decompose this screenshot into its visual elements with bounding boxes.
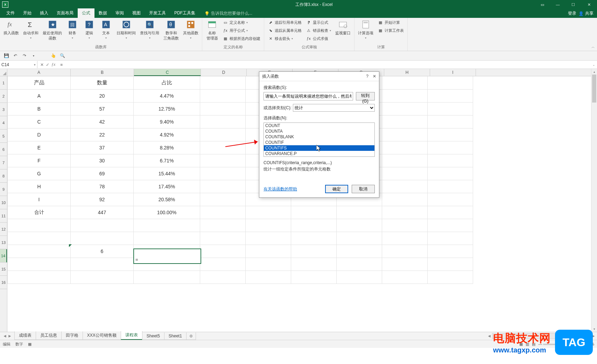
tab-view[interactable]: 视图 [128, 8, 145, 18]
sheet-nav-prev[interactable]: ◄ [3, 334, 7, 338]
add-sheet-button[interactable]: ⊕ [186, 332, 196, 340]
save-button[interactable]: 💾 [2, 52, 10, 59]
autosum-button[interactable]: Σ自动求和▾ [22, 19, 40, 42]
sheet-tab[interactable]: 田字格 [61, 331, 83, 340]
calculate-sheet-button[interactable]: ▦计算工作表 [376, 27, 405, 34]
calculation-options-button[interactable]: 计算选项▾ [357, 19, 375, 40]
maximize-button[interactable]: ☐ [566, 0, 581, 9]
function-item[interactable]: COUNTA [264, 128, 374, 134]
row-header-2[interactable]: 2 [0, 90, 7, 103]
go-button[interactable]: 转到(G) [356, 92, 375, 100]
watch-window-button[interactable]: 监视窗口 [334, 19, 352, 42]
logical-button[interactable]: ?逻辑▾ [82, 19, 97, 42]
text-button[interactable]: A文本▾ [98, 19, 114, 42]
sheet-nav-next[interactable]: ► [8, 334, 12, 338]
dialog-help-button[interactable]: ? [366, 74, 368, 79]
vertical-scrollbar[interactable]: ▴▾ [591, 69, 597, 332]
tab-formulas[interactable]: 公式 [78, 8, 94, 18]
col-header-B[interactable]: B [71, 69, 134, 76]
function-list[interactable]: COUNT COUNTA COUNTBLANK COUNTIF COUNTIFS… [264, 122, 375, 157]
trace-dependents-button[interactable]: ⬊追踪从属单元格 [266, 27, 303, 34]
define-name-button[interactable]: ▭定义名称 ▾ [221, 19, 262, 26]
select-all-button[interactable] [0, 69, 7, 76]
sheet-tab[interactable]: XXX公司销售额 [83, 331, 121, 340]
ok-button[interactable]: 确定 [325, 185, 348, 193]
close-button[interactable]: ✕ [581, 0, 597, 9]
evaluate-formula-button[interactable]: ƒx公式求值 [304, 35, 332, 42]
row-header-16[interactable]: 16 [0, 276, 7, 289]
function-item-selected[interactable]: COUNTIFS [264, 145, 374, 151]
more-functions-button[interactable]: 其他函数▾ [182, 19, 200, 42]
create-from-selection-button[interactable]: ▦根据所选内容创建 [221, 35, 262, 42]
row-header-13[interactable]: 13 [0, 236, 7, 249]
tab-file[interactable]: 文件 [2, 8, 19, 18]
row-header-12[interactable]: 12 [0, 223, 7, 236]
row-header-15[interactable]: 15 [0, 262, 7, 276]
row-header-10[interactable]: 10 [0, 196, 7, 209]
show-formulas-button[interactable]: ⁋显示公式 [304, 19, 332, 26]
print-preview-button[interactable]: 🔍 [58, 52, 66, 59]
sheet-tab-active[interactable]: 课程表 [121, 331, 142, 340]
tab-data[interactable]: 数据 [94, 8, 111, 18]
minimize-button[interactable]: — [550, 0, 566, 9]
login-link[interactable]: 登录 [568, 10, 576, 16]
recently-used-button[interactable]: ★最近使用的 函数 [41, 19, 63, 42]
hscroll-left[interactable]: ◄ [487, 334, 491, 338]
expand-formula-bar[interactable]: ⌄ [591, 63, 597, 66]
collapse-ribbon-button[interactable]: ︿ [591, 44, 595, 49]
share-button[interactable]: 👤共享 [578, 10, 594, 16]
col-header-D[interactable]: D [201, 69, 247, 76]
row-header-8[interactable]: 8 [0, 169, 7, 183]
financial-button[interactable]: 回财务▾ [65, 19, 80, 42]
lookup-button[interactable]: 🔍查找与引用▾ [139, 19, 161, 42]
function-item[interactable]: COUNTIF [264, 140, 374, 145]
function-item[interactable]: COVARIANCE.P [264, 151, 374, 156]
ribbon-display-options[interactable]: ▭ [535, 0, 550, 9]
row-header-6[interactable]: 6 [0, 143, 7, 156]
tab-insert[interactable]: 插入 [36, 8, 52, 18]
row-header-11[interactable]: 11 [0, 209, 7, 223]
tell-me[interactable]: 💡告诉我您想要做什么... [204, 10, 252, 18]
sheet-tab[interactable]: Sheet1 [164, 332, 187, 340]
formula-input[interactable]: = [58, 62, 591, 67]
sheet-tab[interactable]: Sheet5 [142, 332, 164, 340]
function-item[interactable]: COVARIANCE.S [264, 156, 374, 157]
macro-record-icon[interactable]: ▦ [28, 342, 31, 346]
row-header-1[interactable]: 1 [0, 76, 7, 90]
qat-dropdown[interactable]: ▾ [29, 52, 38, 59]
row-header-9[interactable]: 9 [0, 183, 7, 196]
tab-page-layout[interactable]: 页面布局 [52, 8, 78, 18]
tab-home[interactable]: 开始 [19, 8, 36, 18]
col-header-H[interactable]: H [384, 69, 430, 76]
row-header-5[interactable]: 5 [0, 130, 7, 143]
math-button[interactable]: θ数学和 三角函数 [162, 19, 180, 42]
insert-function-fx-button[interactable]: ƒx [51, 62, 55, 67]
tab-pdf-tools[interactable]: PDF工具集 [170, 8, 199, 18]
function-help-link[interactable]: 有关该函数的帮助 [264, 186, 297, 192]
sheet-tab[interactable]: 员工信息 [36, 331, 62, 340]
undo-button[interactable]: ↶ [11, 52, 20, 59]
row-header-3[interactable]: 3 [0, 103, 7, 116]
enter-formula-button[interactable]: ✓ [46, 62, 49, 67]
tab-review[interactable]: 审阅 [111, 8, 128, 18]
col-header-C[interactable]: C [134, 69, 201, 76]
col-header-A[interactable]: A [7, 69, 71, 76]
row-header-7[interactable]: 7 [0, 156, 7, 169]
redo-button[interactable]: ↷ [20, 52, 29, 59]
category-select[interactable]: 统计 [293, 104, 375, 112]
function-item[interactable]: COUNTBLANK [264, 134, 374, 140]
cancel-formula-button[interactable]: ✕ [40, 62, 44, 67]
use-in-formula-button[interactable]: ƒx用于公式 ▾ [221, 27, 262, 34]
cancel-button[interactable]: 取消 [352, 185, 375, 193]
insert-function-button[interactable]: fx插入函数 [2, 19, 20, 42]
sheet-tab[interactable]: 成绩表 [14, 331, 36, 340]
calculate-now-button[interactable]: ▦开始计算 [376, 19, 405, 26]
col-header-I[interactable]: I [430, 69, 476, 76]
row-header-14[interactable]: 14 [0, 249, 7, 262]
error-checking-button[interactable]: ⚠错误检查 ▾ [304, 27, 332, 34]
tab-developer[interactable]: 开发工具 [145, 8, 170, 18]
function-item[interactable]: COUNT [264, 123, 374, 128]
datetime-button[interactable]: 日期和时间▾ [115, 19, 137, 42]
remove-arrows-button[interactable]: ✕移去箭头 ▾ [266, 35, 303, 42]
trace-precedents-button[interactable]: ⬈追踪引用单元格 [266, 19, 303, 26]
